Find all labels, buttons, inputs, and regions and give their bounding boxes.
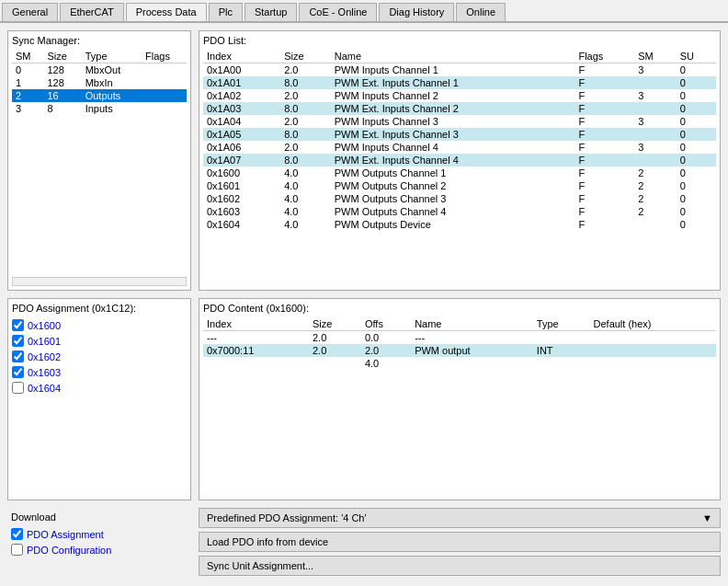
table-row[interactable]: 0x1A062.0PWM Inputs Channel 4F30 xyxy=(203,141,716,154)
content-row-1-name: PWM output xyxy=(411,344,533,357)
pdo-assign-item-1-checkbox[interactable] xyxy=(12,335,24,347)
pdo-list-row-9-su: 0 xyxy=(677,179,716,192)
table-row[interactable]: 0128MbxOut xyxy=(12,63,187,77)
sync-unit-button[interactable]: Sync Unit Assignment... xyxy=(199,556,721,576)
list-item: 0x1603 xyxy=(12,364,187,380)
tab-general[interactable]: General xyxy=(2,3,58,21)
table-row[interactable]: 0x7000:112.02.0PWM outputINT xyxy=(203,344,716,357)
sync-manager-scrollbar[interactable] xyxy=(12,277,187,286)
pdo-content-scroll[interactable]: Index Size Offs Name Type Default (hex) … xyxy=(203,317,716,370)
pdo-config-checkbox-row: PDO Configuration xyxy=(11,542,188,557)
pdo-assignment-checkbox[interactable] xyxy=(11,528,23,540)
pdo-list-panel: PDO List: Index Size Name Flags SM SU xyxy=(199,30,721,291)
table-row[interactable]: 0x1A038.0PWM Ext. Inputs Channel 2F0 xyxy=(203,102,716,115)
pdo-assign-item-0-checkbox[interactable] xyxy=(12,319,24,331)
tab-coe-online[interactable]: CoE - Online xyxy=(299,3,377,21)
pdo-list-row-7-size: 8.0 xyxy=(280,154,331,167)
table-row[interactable]: 0x16004.0PWM Outputs Channel 1F20 xyxy=(203,167,716,179)
sm-col-size: Size xyxy=(43,50,81,63)
pdo-list-table: Index Size Name Flags SM SU 0x1A002.0PWM… xyxy=(203,50,716,231)
pdo-list-row-11-size: 4.0 xyxy=(280,205,331,218)
tab-processdata[interactable]: Process Data xyxy=(126,3,207,21)
pdo-assign-item-0-label: 0x1600 xyxy=(28,320,61,331)
sm-row-1-sm: 1 xyxy=(12,76,43,89)
sm-row-3-sm: 3 xyxy=(12,102,43,115)
table-row[interactable]: 0x16034.0PWM Outputs Channel 4F20 xyxy=(203,205,716,218)
pdo-col-flags: Flags xyxy=(574,50,634,63)
tab-online[interactable]: Online xyxy=(456,3,506,21)
sm-row-2-type: Outputs xyxy=(82,89,142,102)
tab-ethercat[interactable]: EtherCAT xyxy=(60,3,123,21)
list-item: 0x1600 xyxy=(12,317,187,333)
pdo-list-row-6-sm: 3 xyxy=(634,141,676,154)
content-col-name: Name xyxy=(411,317,533,331)
pdo-assign-item-4-checkbox[interactable] xyxy=(12,382,24,394)
pdo-list-row-6-name: PWM Inputs Channel 4 xyxy=(331,141,575,154)
pdo-list-row-7-sm xyxy=(634,154,676,167)
load-pdo-button[interactable]: Load PDO info from device xyxy=(199,532,721,552)
tab-plc[interactable]: Plc xyxy=(209,3,243,21)
pdo-list-row-12-su: 0 xyxy=(677,218,716,231)
pdo-list-row-0-size: 2.0 xyxy=(280,63,331,77)
pdo-list-row-1-su: 0 xyxy=(677,76,716,89)
pdo-list-row-1-size: 8.0 xyxy=(280,76,331,89)
table-row[interactable]: 0x16044.0PWM Outputs DeviceF0 xyxy=(203,218,716,231)
pdo-list-row-10-index: 0x1602 xyxy=(203,192,280,205)
pdo-list-row-9-index: 0x1601 xyxy=(203,179,280,192)
pdo-list-row-9-sm: 2 xyxy=(634,179,676,192)
pdo-list-row-0-index: 0x1A00 xyxy=(203,63,280,77)
table-row[interactable]: 38Inputs xyxy=(12,102,187,115)
pdo-assign-item-2-checkbox[interactable] xyxy=(12,350,24,362)
table-row[interactable]: 0x16024.0PWM Outputs Channel 3F20 xyxy=(203,192,716,205)
tab-diag-history[interactable]: Diag History xyxy=(379,3,454,21)
pdo-list-row-5-su: 0 xyxy=(677,128,716,141)
sync-manager-table-scroll[interactable]: SM Size Type Flags 0128MbxOut1128MbxIn21… xyxy=(12,50,187,115)
table-row[interactable]: 0x1A018.0PWM Ext. Inputs Channel 1F0 xyxy=(203,76,716,89)
top-section: Sync Manager: SM Size Type Flags 0128Mbx… xyxy=(7,30,721,291)
table-row[interactable]: 1128MbxIn xyxy=(12,76,187,89)
table-row[interactable]: 0x16014.0PWM Outputs Channel 2F20 xyxy=(203,179,716,192)
table-row[interactable]: 216Outputs xyxy=(12,89,187,102)
pdo-list-row-8-flags: F xyxy=(574,167,634,179)
pdo-list-row-10-name: PWM Outputs Channel 3 xyxy=(331,192,575,205)
tab-startup[interactable]: Startup xyxy=(245,3,297,21)
bottom-section: PDO Assignment (0x1C12): 0x16000x16010x1… xyxy=(7,298,721,500)
sm-row-2-size: 16 xyxy=(43,89,81,102)
table-row[interactable]: 0x1A002.0PWM Inputs Channel 1F30 xyxy=(203,63,716,77)
pdo-assign-item-1-label: 0x1601 xyxy=(28,336,61,347)
sm-row-1-type: MbxIn xyxy=(82,76,142,89)
sm-row-1-size: 128 xyxy=(43,76,81,89)
pdo-list-row-2-size: 2.0 xyxy=(280,89,331,102)
list-item: 0x1602 xyxy=(12,349,187,364)
predefined-pdo-label: Predefined PDO Assignment: '4 Ch' xyxy=(207,512,367,523)
content-row-0-index: --- xyxy=(203,331,309,345)
pdo-list-row-11-su: 0 xyxy=(677,205,716,218)
table-row[interactable]: ---2.00.0--- xyxy=(203,331,716,345)
table-row[interactable]: 0x1A042.0PWM Inputs Channel 3F30 xyxy=(203,115,716,128)
table-row[interactable]: 0x1A022.0PWM Inputs Channel 2F30 xyxy=(203,89,716,102)
content-row-2-type xyxy=(533,357,590,370)
pdo-assign-item-4-label: 0x1604 xyxy=(28,383,61,394)
pdo-list-row-7-su: 0 xyxy=(677,154,716,167)
table-row[interactable]: 0x1A058.0PWM Ext. Inputs Channel 3F0 xyxy=(203,128,716,141)
pdo-assign-item-3-checkbox[interactable] xyxy=(12,366,24,378)
table-row[interactable]: 4.0 xyxy=(203,357,716,370)
pdo-assignment-checkbox-label: PDO Assignment xyxy=(27,529,104,540)
predefined-pdo-button[interactable]: Predefined PDO Assignment: '4 Ch' ▼ xyxy=(199,508,721,528)
pdo-list-row-6-flags: F xyxy=(574,141,634,154)
table-row[interactable]: 0x1A078.0PWM Ext. Inputs Channel 4F0 xyxy=(203,154,716,167)
sm-row-0-type: MbxOut xyxy=(82,63,142,77)
pdo-config-checkbox-label: PDO Configuration xyxy=(27,545,111,556)
pdo-config-checkbox[interactable] xyxy=(11,544,23,556)
sm-row-3-flags xyxy=(142,102,187,115)
pdo-assignment-panel: PDO Assignment (0x1C12): 0x16000x16010x1… xyxy=(7,298,191,500)
pdo-list-row-3-name: PWM Ext. Inputs Channel 2 xyxy=(331,102,575,115)
pdo-list-row-11-name: PWM Outputs Channel 4 xyxy=(331,205,575,218)
content-row-0-size: 2.0 xyxy=(309,331,361,345)
pdo-assignment-scroll[interactable]: 0x16000x16010x16020x16030x1604 xyxy=(12,317,187,396)
dropdown-arrow-icon: ▼ xyxy=(702,512,712,523)
pdo-list-row-5-name: PWM Ext. Inputs Channel 3 xyxy=(331,128,575,141)
content-row-1-offs: 2.0 xyxy=(361,344,411,357)
content-col-index: Index xyxy=(203,317,309,331)
pdo-list-scroll[interactable]: Index Size Name Flags SM SU 0x1A002.0PWM… xyxy=(203,50,716,231)
